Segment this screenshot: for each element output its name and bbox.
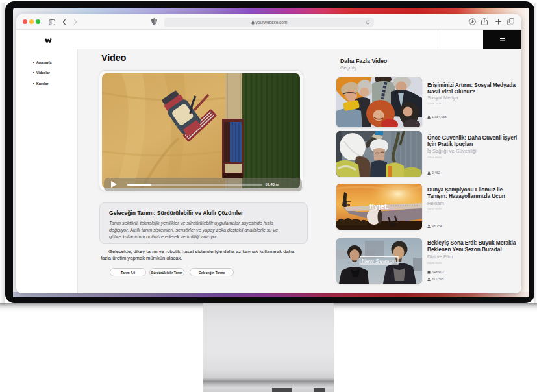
svg-text:flyjet.: flyjet. xyxy=(369,202,389,210)
svg-text:New Season: New Season xyxy=(362,258,396,264)
